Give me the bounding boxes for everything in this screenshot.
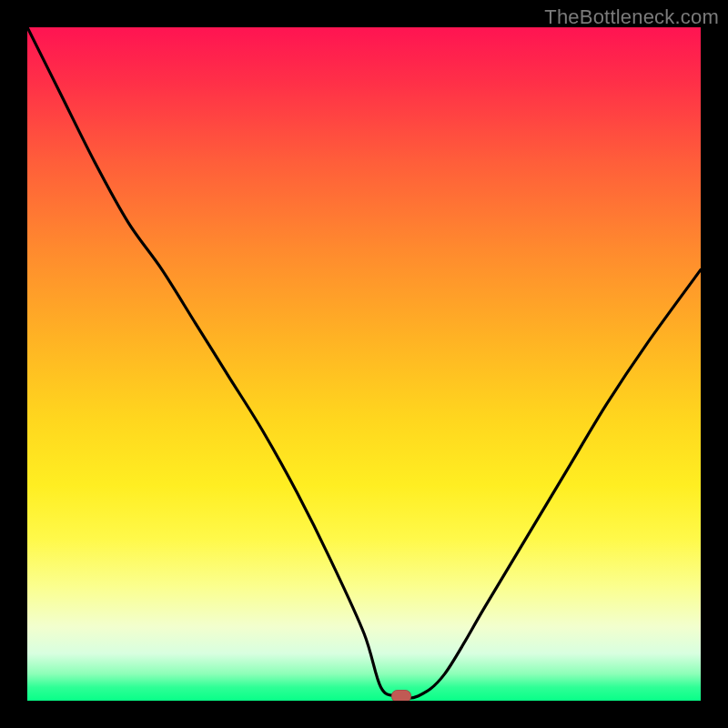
bottleneck-curve — [27, 27, 701, 701]
chart-frame: TheBottleneck.com — [0, 0, 728, 728]
watermark-text: TheBottleneck.com — [544, 5, 719, 29]
optimal-marker — [391, 690, 411, 701]
plot-area — [27, 27, 701, 701]
